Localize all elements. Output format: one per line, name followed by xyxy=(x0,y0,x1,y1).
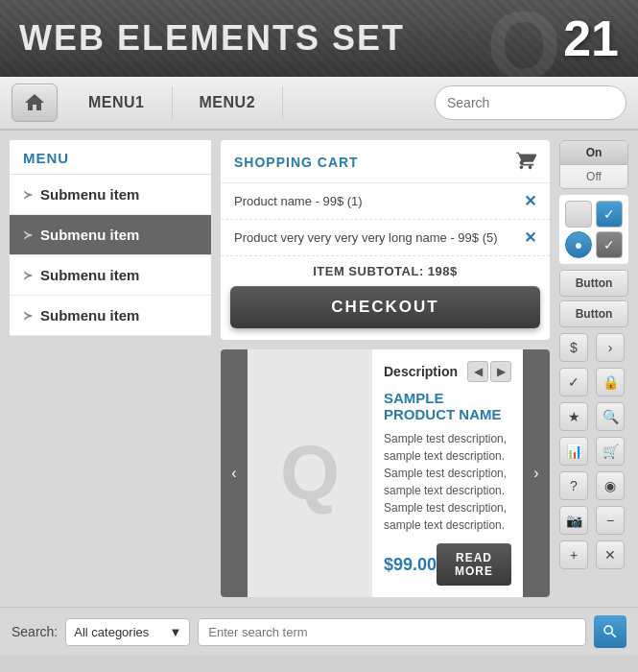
home-icon xyxy=(23,91,46,114)
read-more-button[interactable]: READ MORE xyxy=(437,543,511,586)
product-nav-prev[interactable]: ◀ xyxy=(467,361,488,382)
product-text: Sample test description, sample text des… xyxy=(384,430,511,534)
sidebar-menu-label: MENU xyxy=(10,140,211,175)
close-icon-button[interactable]: ✕ xyxy=(596,540,625,569)
product-footer: $99.00 READ MORE xyxy=(384,543,511,586)
product-price: $99.00 xyxy=(384,555,437,575)
checkbox-3[interactable]: ✓ xyxy=(596,231,623,258)
lock-icon-button[interactable]: 🔒 xyxy=(596,368,625,396)
dollar-icon-button[interactable]: $ xyxy=(559,333,588,362)
cart-title: SHOPPING CART xyxy=(234,155,359,170)
search-input[interactable] xyxy=(436,95,626,110)
sidebar-item-3-label: Submenu item xyxy=(40,267,139,283)
carousel-prev-button[interactable]: ‹ xyxy=(221,349,248,597)
header: Q WEB ELEMENTS SET 21 xyxy=(0,0,638,77)
header-watermark: Q xyxy=(486,0,561,77)
product-content: Description ◀ ▶ SAMPLE PRODUCT NAME Samp… xyxy=(372,349,523,597)
sidebar-item-1-label: Submenu item xyxy=(40,186,139,203)
category-select[interactable]: All categories ▼ xyxy=(65,618,190,646)
checkbox-2[interactable]: ✓ xyxy=(596,201,623,228)
center-content: SHOPPING CART Product name - 99$ (1) ✕ P… xyxy=(221,140,550,597)
toggle-group: On Off xyxy=(559,140,628,189)
product-image-watermark: Q xyxy=(280,429,340,517)
icon-grid-4: 📊 🛒 xyxy=(559,437,628,466)
cart-subtotal: ITEM SUBTOTAL: 198$ xyxy=(221,256,550,286)
bullet-icon-2: ≻ xyxy=(23,228,33,242)
navbar: MENU1 MENU2 xyxy=(0,77,638,131)
icon-grid-3: ★ 🔍 xyxy=(559,402,628,431)
bullet-icon-4: ≻ xyxy=(23,309,33,323)
chart-icon-button[interactable]: 📊 xyxy=(559,437,588,466)
icon-grid-1: $ › xyxy=(559,333,628,362)
shopping-cart-panel: SHOPPING CART Product name - 99$ (1) ✕ P… xyxy=(221,140,550,340)
bullet-icon-3: ≻ xyxy=(23,269,33,282)
checkbox-group: ✓ ● ✓ xyxy=(559,195,628,264)
nav-search-bar xyxy=(435,85,626,120)
search-footer-label: Search: xyxy=(12,624,58,639)
product-content-header: Description ◀ ▶ xyxy=(384,361,511,382)
cart-item-2: Product very very very very long name - … xyxy=(221,220,550,256)
cart-icon xyxy=(515,150,536,175)
category-select-arrow: ▼ xyxy=(169,625,181,639)
sidebar-item-4[interactable]: ≻ Submenu item xyxy=(10,296,211,336)
ui-button-1[interactable]: Button xyxy=(559,270,628,297)
product-image: Q xyxy=(248,349,372,597)
product-name: SAMPLE PRODUCT NAME xyxy=(384,390,511,422)
cart-remove-1[interactable]: ✕ xyxy=(524,192,536,210)
search-go-icon xyxy=(602,623,619,640)
sidebar-item-3[interactable]: ≻ Submenu item xyxy=(10,255,211,296)
product-carousel: ‹ Q Description ◀ ▶ SAMPLE PRODUCT NAME … xyxy=(221,349,550,597)
nav-menu-item-1[interactable]: MENU1 xyxy=(61,86,173,119)
bullet-icon-1: ≻ xyxy=(23,188,33,202)
search-footer: Search: All categories ▼ xyxy=(0,607,638,656)
product-nav: ◀ ▶ xyxy=(467,361,511,382)
chevron-right-icon-button[interactable]: › xyxy=(596,333,625,362)
sidebar-item-1[interactable]: ≻ Submenu item xyxy=(10,175,211,215)
home-button[interactable] xyxy=(12,84,58,122)
sidebar-item-2-label: Submenu item xyxy=(40,227,139,243)
camera-icon-button[interactable]: 📷 xyxy=(559,506,588,535)
cart-header: SHOPPING CART xyxy=(221,140,550,183)
minus-icon-button[interactable]: − xyxy=(596,506,625,535)
checkbox-1[interactable] xyxy=(565,201,592,228)
search-icon-button[interactable]: 🔍 xyxy=(596,402,625,431)
ui-button-2[interactable]: Button xyxy=(559,300,628,327)
button-group: Button Button xyxy=(559,270,628,327)
checkmark-icon-button[interactable]: ✓ xyxy=(559,368,588,396)
shopping-cart-icon xyxy=(515,150,536,171)
main-content: MENU ≻ Submenu item ≻ Submenu item ≻ Sub… xyxy=(0,131,638,607)
icon-grid-7: + ✕ xyxy=(559,540,628,569)
sidebar-item-2[interactable]: ≻ Submenu item xyxy=(10,215,211,255)
product-nav-next[interactable]: ▶ xyxy=(490,361,511,382)
nav-menu: MENU1 MENU2 xyxy=(61,86,283,119)
cart-item-2-name: Product very very very very long name - … xyxy=(234,230,498,245)
category-select-value: All categories xyxy=(74,625,149,639)
plus-icon-button[interactable]: + xyxy=(559,540,588,569)
radio-button-1[interactable]: ● xyxy=(565,231,592,258)
product-description-label: Description xyxy=(384,364,458,379)
search-term-input[interactable] xyxy=(198,618,586,646)
right-panel: On Off ✓ ● ✓ Button Button $ › ✓ 🔒 ★ 🔍 xyxy=(559,140,628,597)
cart-icon-button[interactable]: 🛒 xyxy=(596,437,625,466)
search-go-button[interactable] xyxy=(594,615,626,648)
cart-item-1-name: Product name - 99$ (1) xyxy=(234,194,363,208)
toggle-on-button[interactable]: On xyxy=(559,140,628,165)
rss-icon-button[interactable]: ◉ xyxy=(596,471,625,500)
header-title: WEB ELEMENTS SET xyxy=(19,18,405,59)
icon-grid-2: ✓ 🔒 xyxy=(559,368,628,396)
question-icon-button[interactable]: ? xyxy=(559,471,588,500)
header-number: 21 xyxy=(563,10,619,67)
cart-remove-2[interactable]: ✕ xyxy=(524,228,536,247)
checkout-button[interactable]: CHECKOUT xyxy=(230,286,540,328)
toggle-off-button[interactable]: Off xyxy=(559,165,628,189)
sidebar: MENU ≻ Submenu item ≻ Submenu item ≻ Sub… xyxy=(10,140,211,597)
cart-item-1: Product name - 99$ (1) ✕ xyxy=(221,183,550,220)
icon-grid-5: ? ◉ xyxy=(559,471,628,500)
star-icon-button[interactable]: ★ xyxy=(559,402,588,431)
icon-grid-6: 📷 − xyxy=(559,506,628,535)
nav-menu-item-2[interactable]: MENU2 xyxy=(173,86,284,119)
sidebar-item-4-label: Submenu item xyxy=(40,307,139,324)
carousel-next-button[interactable]: › xyxy=(523,349,550,597)
